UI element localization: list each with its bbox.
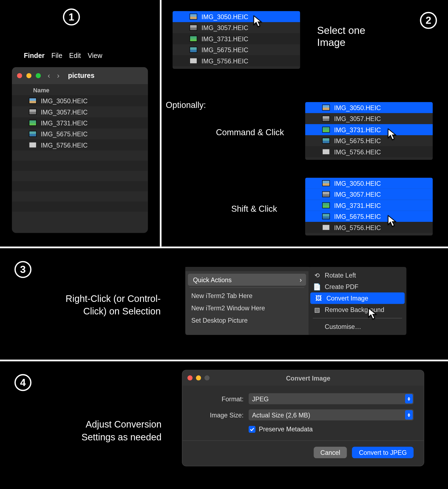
- caption-select-one: Select one Image: [317, 25, 365, 48]
- document-icon: 📄: [314, 283, 320, 290]
- menu-item-customise[interactable]: Customise…: [309, 321, 406, 332]
- step-4-badge: 4: [14, 374, 31, 391]
- traffic-zoom-icon[interactable]: [36, 73, 41, 78]
- file-thumbnail-icon: [190, 58, 197, 64]
- list-item[interactable]: IMG_3050.HEIC: [173, 11, 300, 22]
- list-item[interactable]: IMG_5756.HEIC: [305, 222, 433, 233]
- list-item[interactable]: IMG_5675.HEIC: [305, 135, 433, 146]
- list-item[interactable]: IMG_3731.HEIC: [12, 117, 148, 128]
- format-label: Format:: [193, 395, 244, 402]
- file-thumbnail-icon: [322, 202, 330, 208]
- finder-titlebar: ‹ › pictures: [12, 67, 148, 84]
- file-list-single-select: IMG_3050.HEIC IMG_3057.HEIC IMG_3731.HEI…: [173, 11, 300, 69]
- traffic-close-icon[interactable]: [17, 73, 22, 78]
- dialog-titlebar: Convert Image: [182, 370, 424, 385]
- file-thumbnail-icon: [322, 105, 330, 111]
- list-item[interactable]: IMG_5675.HEIC: [173, 44, 300, 55]
- dialog-title: Convert Image: [210, 374, 407, 381]
- menu-item-quick-actions[interactable]: Quick Actions ›: [188, 274, 306, 286]
- file-thumbnail-icon: [322, 213, 330, 219]
- divider-vertical: [160, 0, 161, 246]
- context-menu: Quick Actions › New iTerm2 Tab Here New …: [185, 267, 406, 335]
- file-thumbnail-icon: [190, 25, 197, 31]
- chevron-right-icon: ›: [300, 276, 302, 283]
- list-item[interactable]: IMG_5756.HEIC: [173, 55, 300, 66]
- menu-item[interactable]: New iTerm2 Tab Here: [185, 290, 308, 302]
- step-1-badge: 1: [63, 8, 80, 25]
- caption-optionally: Optionally:: [166, 100, 206, 110]
- context-submenu: ⟲ Rotate Left 📄 Create PDF 🖼 Convert Ima…: [309, 267, 406, 335]
- menu-item[interactable]: New iTerm2 Window Here: [185, 302, 308, 314]
- preserve-metadata-label: Preserve Metadata: [259, 426, 313, 433]
- file-thumbnail-icon: [322, 116, 330, 122]
- menubar-file[interactable]: File: [51, 52, 62, 60]
- select-caret-icon: [405, 394, 413, 403]
- list-item[interactable]: IMG_3731.HEIC: [305, 124, 433, 135]
- finder-window: ‹ › pictures Name IMG_3050.HEIC IMG_3057…: [12, 67, 148, 233]
- divider-horizontal-1: [0, 246, 448, 248]
- traffic-close-icon[interactable]: [187, 375, 193, 381]
- file-thumbnail-icon: [322, 138, 330, 144]
- rotate-left-icon: ⟲: [314, 272, 320, 279]
- file-thumbnail-icon: [190, 47, 197, 53]
- preserve-metadata-checkbox[interactable]: [249, 426, 255, 432]
- image-size-label: Image Size:: [193, 411, 244, 418]
- file-thumbnail-icon: [322, 191, 330, 197]
- traffic-zoom-disabled-icon: [204, 375, 210, 381]
- convert-image-dialog: Convert Image Format: JPEG Image Size: A…: [182, 370, 424, 466]
- nav-back-icon[interactable]: ‹: [48, 71, 50, 80]
- caption-command-click: Command & Click: [216, 128, 284, 137]
- file-list-shift-select: IMG_3050.HEIC IMG_3057.HEIC IMG_3731.HEI…: [305, 178, 433, 235]
- file-thumbnail-icon: [190, 36, 197, 42]
- nav-forward-icon[interactable]: ›: [57, 71, 60, 80]
- file-thumbnail-icon: [29, 98, 37, 104]
- macos-menubar: Finder File Edit View: [17, 52, 102, 60]
- menu-item-create-pdf[interactable]: 📄 Create PDF: [309, 281, 406, 293]
- file-thumbnail-icon: [322, 225, 330, 231]
- list-item[interactable]: IMG_5675.HEIC: [305, 211, 433, 222]
- file-thumbnail-icon: [322, 180, 330, 186]
- menu-item-rotate-left[interactable]: ⟲ Rotate Left: [309, 270, 406, 281]
- list-item[interactable]: IMG_3057.HEIC: [305, 113, 433, 124]
- list-item[interactable]: IMG_3731.HEIC: [305, 200, 433, 211]
- file-thumbnail-icon: [322, 127, 330, 133]
- menubar-edit[interactable]: Edit: [69, 52, 81, 60]
- file-thumbnail-icon: [322, 149, 330, 155]
- menu-separator: [190, 287, 304, 288]
- list-item[interactable]: IMG_3050.HEIC: [12, 95, 148, 106]
- list-item[interactable]: IMG_5675.HEIC: [12, 128, 148, 139]
- file-thumbnail-icon: [29, 109, 37, 115]
- finder-file-list: IMG_3050.HEIC IMG_3057.HEIC IMG_3731.HEI…: [12, 95, 148, 212]
- divider-horizontal-2: [0, 360, 448, 361]
- traffic-minimize-icon[interactable]: [196, 375, 201, 381]
- select-caret-icon: [405, 410, 413, 420]
- menubar-view[interactable]: View: [88, 52, 102, 60]
- menu-separator: [313, 318, 402, 319]
- menubar-finder[interactable]: Finder: [24, 52, 45, 60]
- file-list-cmd-select: IMG_3050.HEIC IMG_3057.HEIC IMG_3731.HEI…: [305, 102, 433, 160]
- list-item[interactable]: IMG_3057.HEIC: [12, 106, 148, 117]
- caption-shift-click: Shift & Click: [231, 204, 277, 214]
- list-item[interactable]: IMG_5756.HEIC: [12, 139, 148, 150]
- finder-folder-title: pictures: [68, 72, 95, 79]
- menu-item-convert-image[interactable]: 🖼 Convert Image: [310, 293, 405, 304]
- list-item[interactable]: IMG_5756.HEIC: [305, 146, 433, 157]
- image-icon: 🖼: [316, 295, 322, 302]
- caption-adjust-settings: Adjust Conversion Settings as needed: [60, 418, 161, 443]
- cancel-button[interactable]: Cancel: [314, 447, 347, 458]
- image-size-select[interactable]: Actual Size (2,6 MB): [249, 409, 414, 420]
- column-header-name[interactable]: Name: [12, 84, 148, 95]
- format-select[interactable]: JPEG: [249, 393, 414, 404]
- context-menu-left: Quick Actions › New iTerm2 Tab Here New …: [185, 267, 308, 335]
- step-3-badge: 3: [14, 261, 31, 278]
- traffic-minimize-icon[interactable]: [26, 73, 31, 78]
- list-item[interactable]: IMG_3057.HEIC: [305, 189, 433, 200]
- list-item[interactable]: IMG_3057.HEIC: [173, 22, 300, 33]
- menu-item-remove-background[interactable]: ▧ Remove Background: [309, 304, 406, 316]
- list-item[interactable]: IMG_3050.HEIC: [305, 178, 433, 188]
- file-thumbnail-icon: [29, 120, 37, 126]
- menu-item[interactable]: Set Desktop Picture: [185, 314, 308, 326]
- list-item[interactable]: IMG_3050.HEIC: [305, 102, 433, 113]
- list-item[interactable]: IMG_3731.HEIC: [173, 33, 300, 44]
- convert-button[interactable]: Convert to JPEG: [352, 447, 414, 458]
